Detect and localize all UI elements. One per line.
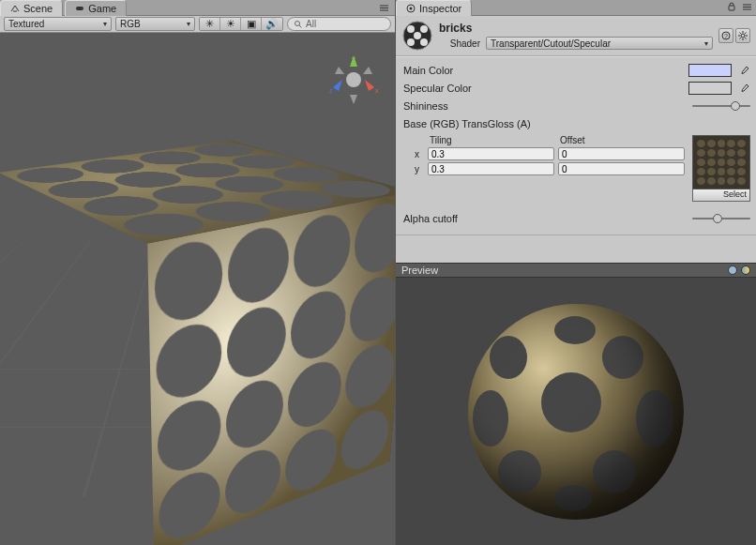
- offset-header: Offset: [558, 135, 685, 145]
- spec-color-label: Specular Color: [403, 83, 683, 94]
- tab-game-label: Game: [88, 3, 116, 14]
- svg-point-19: [414, 32, 421, 39]
- shininess-label: Shininess: [403, 100, 687, 112]
- offset-y-input[interactable]: [558, 162, 685, 175]
- tab-scene[interactable]: Scene: [0, 0, 63, 16]
- x-axis-label: x: [415, 149, 424, 159]
- material-name: bricks: [439, 22, 713, 35]
- svg-point-1: [295, 22, 300, 26]
- shader-label: Shader: [439, 38, 480, 49]
- tiling-y-input[interactable]: [428, 162, 554, 175]
- svg-rect-12: [729, 6, 734, 10]
- svg-point-17: [407, 38, 415, 46]
- preview-sphere: [468, 304, 684, 520]
- spec-color-swatch[interactable]: [688, 82, 732, 95]
- color-mode-dropdown[interactable]: RGB ▾: [115, 17, 195, 31]
- search-placeholder: All: [306, 19, 316, 29]
- eyedropper-icon[interactable]: [737, 82, 750, 95]
- tab-inspector-label: Inspector: [419, 3, 461, 14]
- panel-context-menu-icon[interactable]: [742, 2, 752, 14]
- help-button[interactable]: ?: [718, 28, 733, 43]
- inspector-icon: [406, 4, 416, 13]
- y-axis-label: y: [415, 164, 424, 174]
- svg-line-2: [299, 25, 302, 28]
- svg-point-16: [420, 25, 428, 33]
- preview-light-color-button[interactable]: [741, 265, 750, 275]
- material-sphere-icon: [401, 20, 433, 52]
- svg-point-22: [741, 34, 745, 38]
- tiling-x-input[interactable]: [428, 147, 554, 160]
- offset-x-input[interactable]: [558, 147, 685, 160]
- tab-inspector[interactable]: Inspector: [396, 0, 472, 16]
- alpha-cutoff-label: Alpha cutoff: [403, 213, 687, 224]
- inspector-body: bricks Shader Transparent/Cutout/Specula…: [396, 16, 756, 545]
- color-mode-value: RGB: [120, 19, 141, 29]
- render-mode-dropdown[interactable]: Textured ▾: [4, 17, 112, 31]
- orientation-gizmo[interactable]: y x z: [327, 53, 380, 106]
- view-toggles-group: ✳ ☀ ▣ 🔊: [199, 17, 283, 31]
- preview-light-blue-button[interactable]: [728, 265, 737, 275]
- scene-viewport[interactable]: y x z: [0, 33, 395, 545]
- preview-title: Preview: [401, 265, 438, 276]
- texture-select-button[interactable]: Select: [692, 189, 750, 202]
- chevron-down-icon: ▾: [103, 20, 107, 28]
- svg-marker-7: [350, 95, 357, 104]
- gizmo-z-label: z: [329, 87, 333, 94]
- eyedropper-icon[interactable]: [737, 64, 750, 77]
- texture-thumbnail[interactable]: [692, 135, 750, 189]
- preview-header: Preview: [396, 263, 756, 278]
- main-color-swatch[interactable]: [688, 64, 732, 77]
- material-header: bricks Shader Transparent/Cutout/Specula…: [396, 16, 756, 56]
- search-icon: [294, 20, 302, 28]
- gizmo-y-label: y: [352, 55, 355, 63]
- svg-point-11: [410, 7, 413, 9]
- shininess-slider[interactable]: [692, 100, 750, 112]
- gizmo-x-label: x: [375, 87, 379, 94]
- scene-toolbar: Textured ▾ RGB ▾ ✳ ☀ ▣ 🔊 All: [0, 16, 395, 33]
- chevron-down-icon: ▾: [187, 20, 190, 28]
- audio-toggle[interactable]: 🔊: [262, 18, 282, 30]
- svg-marker-5: [365, 80, 374, 91]
- render-mode-value: Textured: [8, 19, 44, 29]
- scene-tab-bar: Scene Game: [0, 0, 395, 16]
- base-tex-label: Base (RGB) TransGloss (A): [403, 118, 750, 129]
- material-preview-viewport[interactable]: [396, 278, 756, 545]
- svg-point-15: [407, 25, 415, 33]
- inspector-tab-bar: Inspector: [396, 0, 756, 16]
- settings-button[interactable]: [735, 28, 750, 43]
- scene-search-input[interactable]: All: [287, 17, 391, 31]
- svg-marker-8: [363, 67, 372, 74]
- game-icon: [75, 4, 84, 13]
- svg-rect-0: [76, 7, 83, 10]
- main-color-label: Main Color: [403, 65, 683, 76]
- material-properties: Main Color Specular Color Shininess: [396, 56, 756, 235]
- shader-dropdown[interactable]: Transparent/Cutout/Specular ▾: [486, 37, 713, 50]
- svg-text:?: ?: [724, 33, 728, 39]
- lock-icon[interactable]: [727, 2, 736, 13]
- alpha-cutoff-slider[interactable]: [692, 213, 750, 224]
- shader-value: Transparent/Cutout/Specular: [491, 38, 611, 49]
- scene-cube: [57, 179, 339, 461]
- svg-point-3: [346, 72, 361, 87]
- panel-menu-icon[interactable]: [376, 0, 391, 15]
- light-toggle[interactable]: ☀: [220, 18, 241, 30]
- chevron-down-icon: ▾: [704, 39, 708, 48]
- scene-icon: [10, 4, 20, 13]
- fx-toggle[interactable]: ✳: [200, 18, 220, 30]
- tiling-header: Tiling: [428, 135, 554, 145]
- svg-marker-6: [333, 80, 342, 91]
- svg-marker-9: [335, 67, 344, 74]
- tab-game[interactable]: Game: [65, 0, 127, 16]
- image-toggle[interactable]: ▣: [241, 18, 262, 30]
- tab-scene-label: Scene: [23, 3, 53, 14]
- svg-point-18: [420, 38, 428, 46]
